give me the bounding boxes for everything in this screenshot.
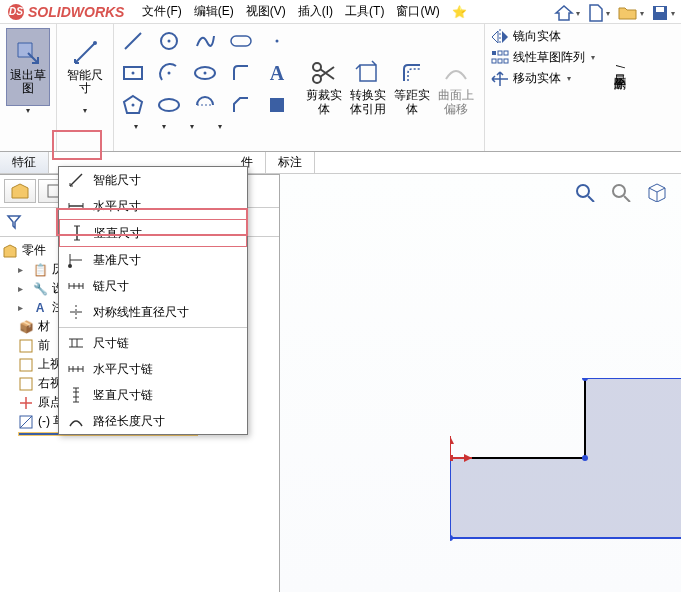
tree-front-label: 前 [38, 337, 50, 354]
svg-point-12 [204, 72, 207, 75]
dd-datum-dimension[interactable]: 基准尺寸 [59, 247, 247, 273]
scissors-icon [310, 59, 338, 87]
ribbon-group-sketch: 退出草图 ▾ [0, 24, 57, 151]
surface-offset-icon [442, 59, 470, 87]
open-button[interactable]: ▾ [617, 2, 645, 24]
mirror-button[interactable]: 镜向实体 [491, 28, 595, 45]
col3-dd[interactable]: ▾ [190, 122, 194, 131]
ribbon-side-tools: 镜向实体 线性草图阵列▾ 移动实体▾ [485, 24, 601, 151]
expand-icon[interactable]: ▸ [18, 264, 28, 275]
arc-tool[interactable] [152, 58, 186, 88]
app-name: SOLIDWORKS [28, 4, 124, 20]
dd-vertical-dimension[interactable]: 竖直尺寸 [59, 219, 247, 247]
dd-horiz-label: 水平尺寸 [93, 198, 141, 215]
smart-dimension-dd[interactable]: ▾ [83, 106, 87, 115]
convert-button[interactable]: 转换实体引用 [346, 49, 390, 127]
menu-edit[interactable]: 编辑(E) [188, 1, 240, 22]
home-button[interactable]: ▾ [553, 2, 581, 24]
save-button[interactable]: ▾ [649, 2, 677, 24]
ribbon-group-display: 显示/删除 [601, 24, 637, 151]
dd-horizontal-dimension[interactable]: 水平尺寸 [59, 193, 247, 219]
vert-dim-icon [68, 224, 86, 242]
polygon-tool[interactable] [116, 90, 150, 120]
ellipse-tool[interactable] [188, 58, 222, 88]
move-button[interactable]: 移动实体▾ [491, 70, 595, 87]
ellipse2-tool[interactable] [152, 90, 186, 120]
expand-icon[interactable]: ▸ [18, 302, 28, 313]
smart-dimension-label: 智能尺寸 [65, 69, 105, 95]
dd-horiz-chain[interactable]: 水平尺寸链 [59, 356, 247, 382]
menu-tools[interactable]: 工具(T) [339, 1, 390, 22]
svg-point-30 [68, 264, 72, 268]
tab-annotate[interactable]: 标注 [266, 152, 315, 173]
svg-rect-17 [270, 98, 284, 112]
menu-more-icon[interactable]: ⭐ [446, 3, 473, 21]
point-tool[interactable] [260, 26, 294, 56]
sketch-icon [18, 414, 34, 430]
svg-line-41 [20, 416, 32, 428]
expand-icon[interactable]: ▸ [18, 283, 28, 294]
slot-tool[interactable] [224, 26, 258, 56]
exit-sketch-dd[interactable]: ▾ [26, 106, 30, 115]
svg-point-2 [93, 41, 97, 45]
text-tool[interactable]: A [260, 58, 294, 88]
col2-dd[interactable]: ▾ [162, 122, 166, 131]
partial-ellipse-tool[interactable] [188, 90, 222, 120]
new-button[interactable]: ▾ [585, 2, 613, 24]
line-tool[interactable] [116, 26, 150, 56]
move-icon [491, 71, 509, 87]
spline-tool[interactable] [188, 26, 222, 56]
display-delete-button[interactable]: 显示/删除 [607, 28, 631, 106]
col1-dd[interactable]: ▾ [134, 122, 138, 131]
surface-offset-button[interactable]: 曲面上偏移 [434, 49, 478, 127]
plane-tool[interactable] [260, 90, 294, 120]
zoom-area-button[interactable] [607, 180, 635, 204]
filter-button[interactable] [2, 210, 26, 234]
dimension-dropdown: 智能尺寸 水平尺寸 竖直尺寸 基准尺寸 链尺寸 对称线性直径尺寸 尺寸链 水平尺… [58, 166, 248, 435]
menu-view[interactable]: 视图(V) [240, 1, 292, 22]
pattern-icon [491, 50, 509, 66]
convert-label: 转换实体引用 [348, 89, 388, 115]
part-icon [2, 243, 18, 259]
dd-path-length[interactable]: 路径长度尺寸 [59, 408, 247, 434]
quick-access-toolbar: ▾ ▾ ▾ ▾ [553, 2, 677, 24]
graphics-canvas[interactable] [280, 174, 681, 592]
svg-rect-38 [20, 359, 32, 371]
svg-rect-20 [492, 51, 496, 55]
rectangle-tool[interactable] [116, 58, 150, 88]
tab-feature[interactable]: 特征 [0, 152, 49, 173]
menu-file[interactable]: 文件(F) [136, 1, 187, 22]
offset-button[interactable]: 等距实体 [390, 49, 434, 127]
dd-smart-label: 智能尺寸 [93, 172, 141, 189]
svg-point-15 [159, 99, 179, 111]
svg-point-44 [613, 185, 625, 197]
fillet-tool[interactable] [224, 58, 258, 88]
svg-rect-22 [504, 51, 508, 55]
dd-symmetric-diameter[interactable]: 对称线性直径尺寸 [59, 299, 247, 325]
dd-vert-label: 竖直尺寸 [94, 225, 142, 242]
view-orientation-button[interactable] [643, 180, 671, 204]
circle-tool[interactable] [152, 26, 186, 56]
dd-dimension-chain[interactable]: 尺寸链 [59, 330, 247, 356]
tree-tab-feature[interactable] [4, 179, 36, 203]
smart-dimension-button[interactable]: 智能尺寸 [63, 28, 107, 106]
menu-window[interactable]: 窗口(W) [390, 1, 445, 22]
smart-dimension-icon [71, 39, 99, 67]
col4-dd[interactable]: ▾ [218, 122, 222, 131]
dd-vert-chain[interactable]: 竖直尺寸链 [59, 382, 247, 408]
dd-chain-dimension[interactable]: 链尺寸 [59, 273, 247, 299]
convert-icon [354, 59, 382, 87]
linear-pattern-button[interactable]: 线性草图阵列▾ [491, 49, 595, 66]
zoom-fit-button[interactable] [571, 180, 599, 204]
menu-insert[interactable]: 插入(I) [292, 1, 339, 22]
dd-smart-dimension[interactable]: 智能尺寸 [59, 167, 247, 193]
dd-symdiam-label: 对称线性直径尺寸 [93, 304, 189, 321]
trim-button[interactable]: 剪裁实体 [302, 49, 346, 127]
display-delete-label: 显示/删除 [612, 65, 625, 68]
exit-sketch-button[interactable]: 退出草图 [6, 28, 50, 106]
ribbon: 退出草图 ▾ 智能尺寸 ▾ A ▾ ▾ [0, 24, 681, 152]
svg-line-45 [624, 196, 630, 202]
mirror-label: 镜向实体 [513, 28, 561, 45]
chamfer-tool[interactable] [224, 90, 258, 120]
svg-rect-1 [656, 7, 664, 12]
